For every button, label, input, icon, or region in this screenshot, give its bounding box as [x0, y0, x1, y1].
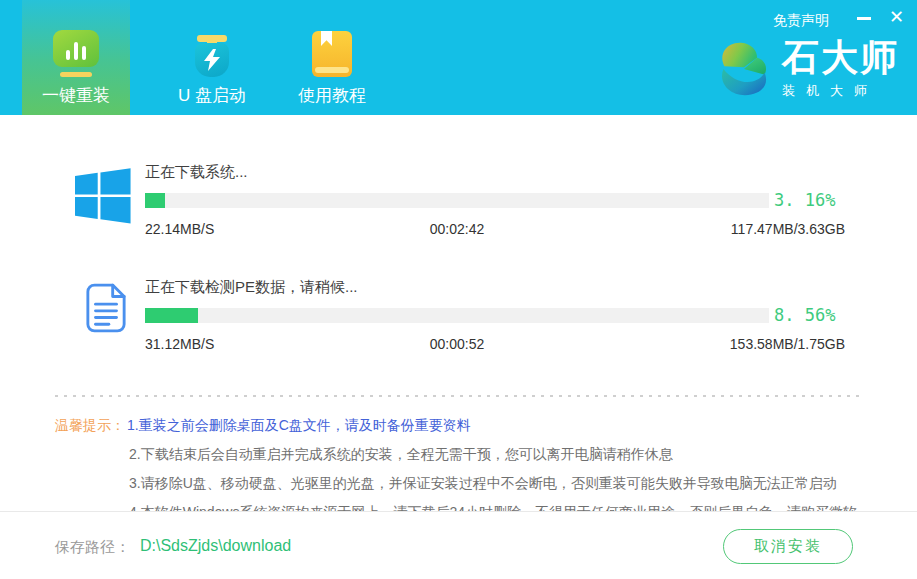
progress-bar-system	[145, 193, 769, 208]
tab-one-click-reinstall[interactable]: 一键重装	[22, 0, 130, 115]
dotted-divider	[55, 395, 862, 397]
download-elapsed: 00:00:52	[145, 336, 769, 352]
download-size: 117.47MB/3.63GB	[731, 221, 845, 237]
tab-label: U 盘启动	[178, 87, 246, 105]
progress-percent: 8. 56%	[769, 305, 845, 325]
nav-tabs: 一键重装 U 盘启动	[22, 0, 386, 115]
tip-item-1: 1.重装之前会删除桌面及C盘文件，请及时备份重要资料	[127, 417, 471, 434]
windows-logo-icon	[75, 168, 131, 224]
disclaimer-link[interactable]: 免责声明	[773, 12, 829, 30]
tab-tutorial[interactable]: 使用教程	[278, 0, 386, 115]
download-row-system: 正在下载系统... 3. 16% 22.14MB/S 00:02:42 117.…	[145, 115, 845, 238]
header-bar: 一键重装 U 盘启动	[0, 0, 917, 115]
save-path-value: D:\SdsZjds\download	[140, 537, 291, 555]
brand-name: 石大师	[782, 38, 899, 78]
cancel-install-button[interactable]: 取消安装	[723, 529, 853, 564]
tab-label: 一键重装	[42, 87, 110, 105]
brand-subtitle: 装机大师	[782, 82, 899, 100]
app-window: 一键重装 U 盘启动	[0, 0, 917, 579]
download-title: 正在下载检测PE数据，请稍候...	[145, 278, 845, 297]
lightning-bolt-icon	[203, 49, 221, 71]
tip-item-2: 2.下载结束后会自动重启并完成系统的安装，全程无需干预，您可以离开电脑请稍作休息	[129, 446, 862, 463]
tutorial-book-icon	[312, 15, 352, 77]
download-size: 153.58MB/1.75GB	[730, 336, 845, 352]
close-button[interactable]: ✕	[889, 6, 904, 28]
footer-bar: 保存路径： D:\SdsZjds\download 取消安装	[0, 511, 917, 579]
usb-boot-icon	[195, 15, 229, 77]
progress-percent: 3. 16%	[769, 190, 845, 210]
tab-label: 使用教程	[298, 87, 366, 105]
progress-fill	[145, 193, 165, 208]
tab-usb-boot[interactable]: U 盘启动	[158, 0, 266, 115]
progress-bar-pe	[145, 308, 769, 323]
tip-item-3: 3.请移除U盘、移动硬盘、光驱里的光盘，并保证安装过程中不会断电，否则重装可能失…	[129, 475, 862, 492]
tips-title: 温馨提示：	[55, 417, 125, 434]
download-row-pe: 正在下载检测PE数据，请稍候... 8. 56% 31.12MB/S 00:00…	[145, 238, 845, 353]
download-elapsed: 00:02:42	[145, 221, 769, 237]
minimize-button[interactable]	[855, 8, 873, 28]
download-title: 正在下载系统...	[145, 163, 845, 182]
brand-logo: 石大师 装机大师	[716, 38, 899, 100]
brand-mark-icon	[716, 38, 772, 100]
progress-fill	[145, 308, 198, 323]
main-content: 正在下载系统... 3. 16% 22.14MB/S 00:02:42 117.…	[0, 115, 917, 538]
document-icon	[85, 283, 127, 333]
reinstall-chart-icon	[53, 15, 99, 77]
save-path-label: 保存路径：	[55, 538, 130, 557]
